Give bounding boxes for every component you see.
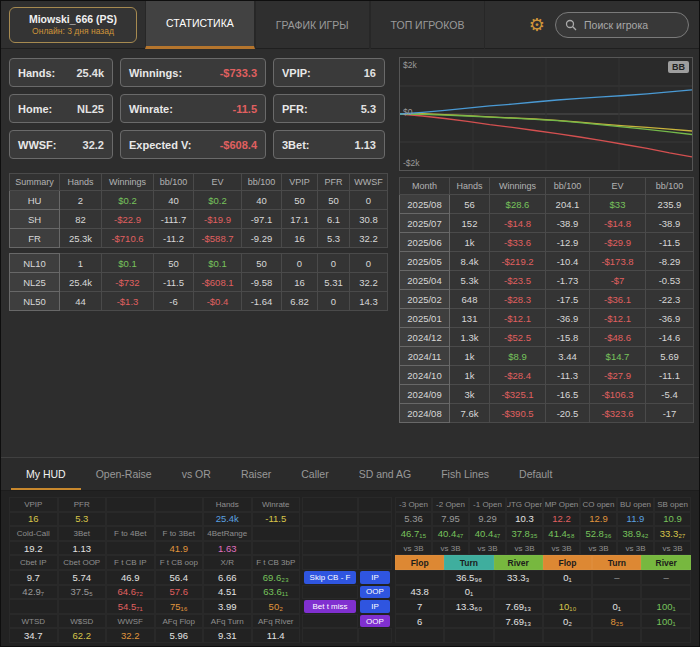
tab-game-graph[interactable]: ГРАФИК ИГРЫ [255, 1, 370, 49]
table-row: HU2$0.240$0.24050500 [10, 191, 388, 210]
cell: 2024/10 [400, 366, 450, 385]
cell: 25.3k [60, 229, 102, 248]
hud-stat-value: 5.74 [58, 570, 107, 585]
column-header: Hands [450, 178, 490, 195]
hud-stat-value [252, 526, 301, 541]
hud-stat-value [641, 628, 690, 643]
cell: 82 [60, 210, 102, 229]
hud-stat-value: 10.3 [506, 512, 543, 527]
hud-stat-value [106, 497, 155, 512]
hud-tab-sd-and-ag[interactable]: SD and AG [344, 458, 427, 490]
hud-stat-label: F t CB 3bP [252, 555, 301, 570]
hud-tab-caller[interactable]: Caller [286, 458, 343, 490]
hud-stat-value: 5.3 [58, 512, 107, 527]
hud-stat-value [106, 512, 155, 527]
search-input[interactable] [582, 18, 679, 32]
table-row: 2025/045.3k-$23.5-1.73-$7-0.53 [400, 271, 694, 290]
cell: -11.5 [154, 273, 194, 292]
cell: 0 [318, 254, 350, 273]
cell: -$173.8 [590, 252, 646, 271]
hud-stat-value [358, 497, 392, 512]
cell: -1.64 [242, 292, 282, 311]
hud-tab-fish-lines[interactable]: Fish Lines [426, 458, 504, 490]
app-window: Miowski_666 (PS) Онлайн: 3 дня назад СТА… [0, 0, 700, 647]
hud-stat-value: 52.8₃₆ [580, 526, 617, 541]
hud-stat-value [358, 512, 392, 527]
hud-stat-value [302, 541, 358, 556]
table-row: 2024/101k-$28.4-11.3-$27.9-11.1 [400, 366, 694, 385]
player-online-status: Онлайн: 3 дня назад [32, 26, 114, 37]
hud-stat-value [358, 555, 392, 570]
column-header: EV [194, 174, 242, 191]
hud-stat-value [155, 512, 204, 527]
cell: -6 [154, 292, 194, 311]
hud-stat-value [395, 570, 444, 585]
hud-stat-value: 57.6 [155, 585, 204, 600]
hud-stat-label: F t CB oop [155, 555, 204, 570]
hud-tab-raiser[interactable]: Raiser [226, 458, 286, 490]
cell: -$19.9 [194, 210, 242, 229]
hud-stat-value [592, 585, 641, 600]
hud-stat-label: SB open [654, 497, 691, 512]
cell: -11.3 [546, 366, 590, 385]
cell: -$588.7 [194, 229, 242, 248]
tab-statistics[interactable]: СТАТИСТИКА [145, 1, 255, 49]
bb-toggle-badge[interactable]: BB [668, 61, 689, 73]
hud-stat-value [444, 614, 493, 629]
hud-stat-value [302, 512, 358, 527]
hud-tab-default[interactable]: Default [504, 458, 567, 490]
table-row: 2025/061k-$33.6-12.9-$29.9-11.5 [400, 233, 694, 252]
column-header: bb/100 [154, 174, 194, 191]
gear-icon[interactable]: ⚙ [529, 16, 545, 34]
hud-chip: Bet t miss [304, 600, 356, 613]
cell: -10.4 [546, 252, 590, 271]
cell: 2025/08 [400, 195, 450, 214]
hud-stat-value: 10₁₀ [543, 599, 592, 614]
stat-value: 1.13 [355, 139, 376, 151]
chart-y-label-bottom: -$2k [403, 158, 420, 168]
hud-stat-value: 7.69₁₃ [494, 599, 543, 614]
hud-stat-value: 40.4₄₇ [469, 526, 506, 541]
cell: 2024/08 [400, 404, 450, 423]
stat-value: 5.3 [361, 103, 376, 115]
cell: -$1.3 [102, 292, 154, 311]
stat-box-vpip: VPIP:16 [273, 58, 385, 87]
tab-top-players[interactable]: ТОП ИГРОКОВ [370, 1, 486, 49]
cell: 25.4k [60, 273, 102, 292]
hud-tab-open-raise[interactable]: Open-Raise [81, 458, 167, 490]
cell: -$14.8 [590, 214, 646, 233]
cell: -11.5 [646, 233, 694, 252]
hud-stat-value [592, 628, 641, 643]
cell: -11.2 [154, 229, 194, 248]
cell: 5.69 [646, 347, 694, 366]
hud-stat-value: 69.6₂₃ [252, 570, 301, 585]
hud-street-header: River [641, 555, 690, 570]
cell: 2025/02 [400, 290, 450, 309]
stat-box-hands: Hands:25.4k [9, 58, 113, 87]
cell: 2 [60, 191, 102, 210]
column-header: Hands [60, 174, 102, 191]
hud-tabs: My HUDOpen-Raisevs ORRaiserCallerSD and … [1, 458, 700, 491]
cell: -9.58 [242, 273, 282, 292]
cell: 6.1 [318, 210, 350, 229]
chart-y-label-zero: $0 [403, 107, 412, 117]
hud-tab-my-hud[interactable]: My HUD [11, 458, 81, 490]
cell: -$29.9 [590, 233, 646, 252]
hud-stat-value [302, 628, 358, 643]
cell: 8.4k [450, 252, 490, 271]
hud-stat-value: 0₁ [543, 570, 592, 585]
player-button[interactable]: Miowski_666 (PS) Онлайн: 3 дня назад [9, 7, 137, 43]
cell: 50 [318, 191, 350, 210]
hud-chip: OOP [360, 586, 390, 599]
stat-value: -11.5 [233, 103, 257, 115]
stat-box-3bet: 3Bet:1.13 [273, 130, 385, 159]
table-row: 2025/07152-$14.8-38.9-$14.8-38.9 [400, 214, 694, 233]
stat-label: VPIP: [282, 67, 311, 79]
main-tabs: СТАТИСТИКА ГРАФИК ИГРЫ ТОП ИГРОКОВ [145, 1, 485, 49]
hud-street-header: Turn [444, 555, 493, 570]
cell: 0 [350, 191, 388, 210]
hud-tab-vs-or[interactable]: vs OR [167, 458, 226, 490]
hud-stat-label: F to 3Bet [155, 526, 204, 541]
hud-stat-label: WWSF [106, 614, 155, 629]
column-header: VPIP [282, 174, 318, 191]
